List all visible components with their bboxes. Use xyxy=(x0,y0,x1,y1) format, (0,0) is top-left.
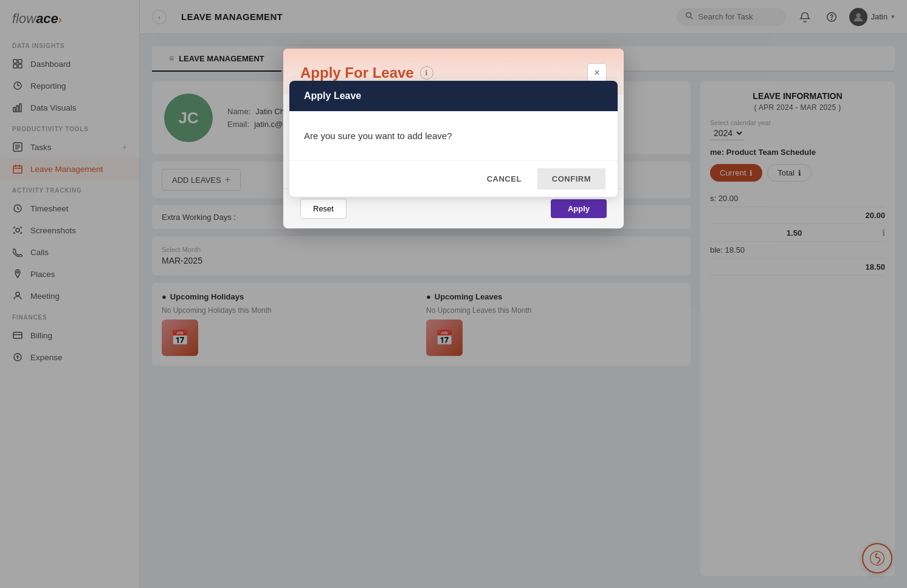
confirm-dialog: Apply Leave Are you sure you want to add… xyxy=(289,81,618,197)
confirm-dialog-wrapper: Apply Leave Are you sure you want to add… xyxy=(283,49,624,228)
confirm-message: Are you sure you want to add leave? xyxy=(304,131,452,141)
cancel-confirm-button[interactable]: CANCEL xyxy=(472,168,536,190)
confirm-title: Apply Leave xyxy=(304,91,361,101)
confirm-header: Apply Leave xyxy=(289,81,618,111)
confirm-footer: CANCEL CONFIRM xyxy=(289,160,618,197)
modal-overlay[interactable]: Apply For Leave ℹ × From To Type xyxy=(0,0,907,588)
apply-for-leave-modal: Apply For Leave ℹ × From To Type xyxy=(283,49,624,228)
confirm-body: Are you sure you want to add leave? xyxy=(289,111,618,160)
confirm-ok-button[interactable]: CONFIRM xyxy=(537,168,605,190)
